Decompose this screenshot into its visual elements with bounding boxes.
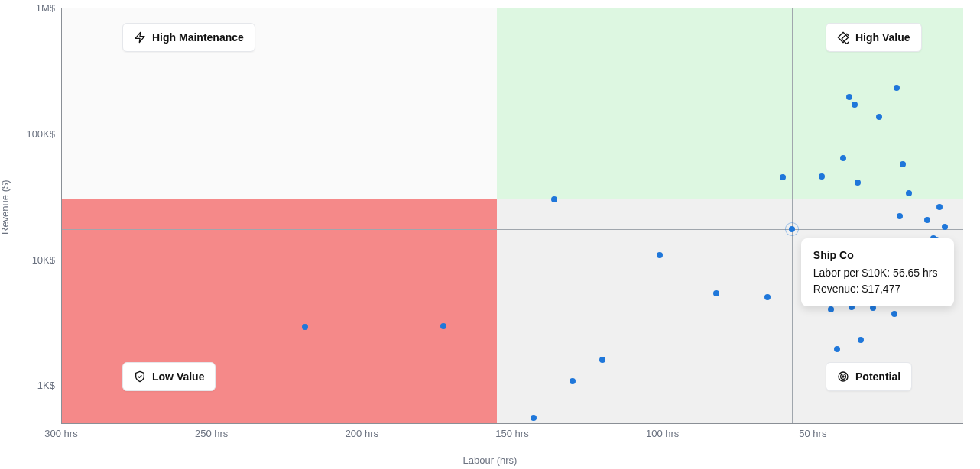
x-tick-label: 100 hrs <box>646 428 679 439</box>
shield-check-icon <box>134 370 146 383</box>
data-point[interactable] <box>840 155 846 161</box>
x-tick-label: 200 hrs <box>346 428 378 439</box>
data-point[interactable] <box>852 102 858 108</box>
data-point[interactable] <box>876 114 882 120</box>
data-point[interactable] <box>789 226 795 232</box>
x-tick-label: 150 hrs <box>495 428 528 439</box>
x-tick-label: 300 hrs <box>44 428 77 439</box>
quadrant-label: Potential <box>855 370 900 383</box>
svg-marker-0 <box>135 32 144 42</box>
data-point[interactable] <box>302 324 308 330</box>
data-point[interactable] <box>570 378 576 384</box>
target-icon <box>837 370 849 383</box>
y-tick-label: 1M$ <box>9 2 55 14</box>
quadrant-scatter-chart: Revenue ($) Labour (hrs) High Maintenanc… <box>0 0 980 469</box>
crosshair-horizontal <box>61 229 963 230</box>
x-axis-line <box>61 423 963 424</box>
svg-point-3 <box>841 374 846 380</box>
tooltip-title: Ship Co <box>813 247 942 264</box>
data-point[interactable] <box>897 213 903 219</box>
data-point[interactable] <box>819 173 825 180</box>
svg-point-2 <box>839 372 848 381</box>
data-point[interactable] <box>900 161 906 167</box>
data-point[interactable] <box>713 290 719 296</box>
data-point[interactable] <box>855 180 861 186</box>
data-point[interactable] <box>924 217 930 223</box>
plot-area[interactable]: High MaintenanceHigh ValueLow ValuePoten… <box>61 8 963 423</box>
quadrant-badge-low-value: Low Value <box>122 362 216 391</box>
data-point[interactable] <box>599 357 605 363</box>
svg-point-4 <box>842 376 844 377</box>
quadrant-label: Low Value <box>152 370 204 383</box>
data-point[interactable] <box>828 306 834 312</box>
data-point[interactable] <box>657 252 663 258</box>
data-point[interactable] <box>894 85 900 91</box>
data-point[interactable] <box>440 323 446 329</box>
data-point[interactable] <box>764 294 771 300</box>
x-tick-label: 50 hrs <box>799 428 826 439</box>
x-axis-label: Labour (hrs) <box>463 454 518 466</box>
tooltip-line: Revenue: $17,477 <box>813 281 942 297</box>
diamond-icon <box>837 31 849 44</box>
quadrant-badge-high-value: High Value <box>826 23 922 52</box>
data-point[interactable] <box>551 196 557 202</box>
y-tick-label: 1K$ <box>9 380 55 391</box>
y-axis-label: Revenue ($) <box>0 180 11 234</box>
quadrant-badge-high-maintenance: High Maintenance <box>122 23 255 52</box>
data-point[interactable] <box>834 346 840 352</box>
data-point[interactable] <box>858 337 864 343</box>
y-axis-line <box>61 8 62 423</box>
data-point[interactable] <box>936 204 943 210</box>
y-tick-label: 100K$ <box>9 128 55 139</box>
quadrant-label: High Value <box>855 31 910 44</box>
zap-icon <box>134 31 146 44</box>
x-tick-label: 250 hrs <box>195 428 228 439</box>
quadrant-badge-potential: Potential <box>826 362 912 391</box>
data-point[interactable] <box>891 311 897 317</box>
data-point[interactable] <box>531 415 537 421</box>
tooltip-line: Labor per $10K: 56.65 hrs <box>813 265 942 281</box>
data-point[interactable] <box>942 224 948 230</box>
y-tick-label: 10K$ <box>9 254 55 265</box>
data-point[interactable] <box>780 174 786 180</box>
data-point[interactable] <box>846 94 852 100</box>
data-point[interactable] <box>906 190 912 196</box>
tooltip: Ship CoLabor per $10K: 56.65 hrsRevenue:… <box>801 238 954 306</box>
crosshair-vertical <box>792 8 793 423</box>
quadrant-label: High Maintenance <box>152 31 244 44</box>
